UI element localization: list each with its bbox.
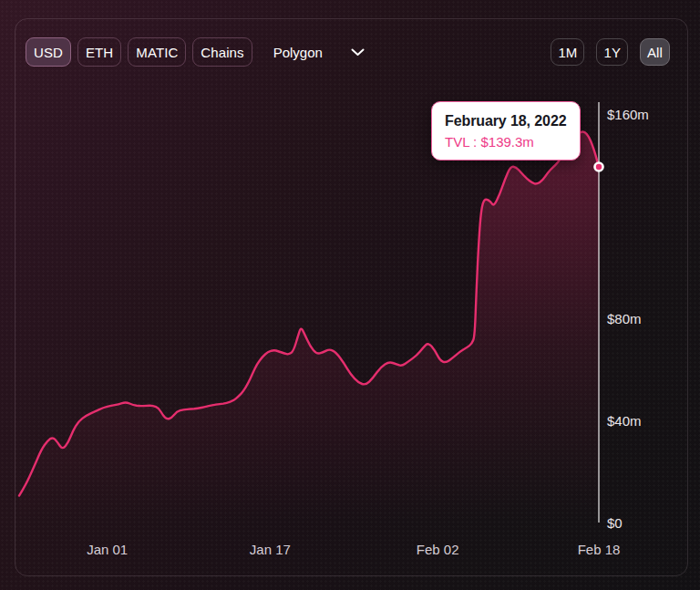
tvl-chart-canvas[interactable] <box>15 88 687 562</box>
currency-toggle-usd[interactable]: USD <box>26 37 71 67</box>
range-toggle-1y[interactable]: 1Y <box>596 38 628 66</box>
range-toggle-all[interactable]: All <box>640 38 670 66</box>
app-background: USD ETH MATIC Chains Polygon 1M 1Y All <box>0 0 700 590</box>
time-range-toggle-group: 1M 1Y All <box>551 38 670 66</box>
chevron-down-icon <box>351 48 365 57</box>
x-axis-label: Feb 18 <box>578 542 621 557</box>
currency-toggle-eth[interactable]: ETH <box>77 37 121 67</box>
tooltip-value: TVL : $139.3m <box>445 132 567 151</box>
x-axis-label: Jan 17 <box>250 542 291 557</box>
x-axis-label: Jan 01 <box>87 542 128 557</box>
denomination-toggle-group: USD ETH MATIC Chains Polygon <box>26 37 365 67</box>
chart-tooltip: February 18, 2022 TVL : $139.3m <box>431 101 581 160</box>
range-toggle-1m[interactable]: 1M <box>551 38 584 66</box>
tooltip-date: February 18, 2022 <box>445 111 567 131</box>
chart-toolbar: USD ETH MATIC Chains Polygon 1M 1Y All <box>26 37 670 67</box>
currency-toggle-matic[interactable]: MATIC <box>128 37 186 67</box>
chain-selector-label: Polygon <box>273 45 323 60</box>
y-axis-label: $160m <box>607 107 649 122</box>
y-axis-label: $80m <box>607 311 642 326</box>
y-axis-label: $40m <box>607 413 642 429</box>
chains-toggle[interactable]: Chains <box>192 37 252 67</box>
x-axis-label: Feb 02 <box>417 542 459 557</box>
y-axis-label: $0 <box>607 515 623 531</box>
chain-selector-dropdown[interactable]: Polygon <box>273 45 365 60</box>
